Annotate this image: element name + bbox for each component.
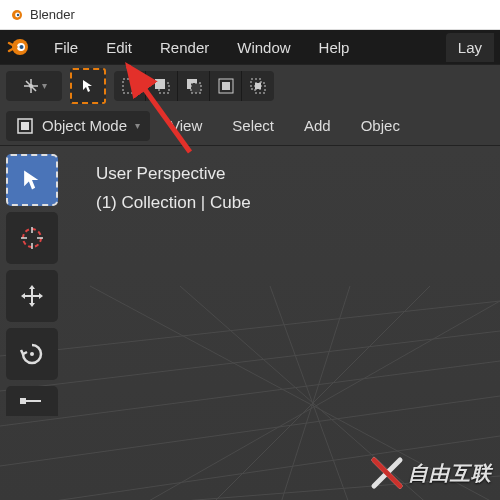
blender-logo-icon[interactable] bbox=[6, 34, 32, 60]
menu-render[interactable]: Render bbox=[146, 33, 223, 62]
orientation-dropdown[interactable]: ▾ bbox=[6, 71, 62, 101]
select-extend-button[interactable] bbox=[146, 71, 178, 101]
svg-rect-7 bbox=[123, 79, 137, 93]
menu-window[interactable]: Window bbox=[223, 33, 304, 62]
tool-scale[interactable] bbox=[6, 386, 58, 416]
select-invert-button[interactable] bbox=[210, 71, 242, 101]
menu-add[interactable]: Add bbox=[294, 113, 341, 138]
chevron-down-icon: ▾ bbox=[135, 120, 140, 131]
select-new-icon bbox=[121, 77, 139, 95]
tool-select-box[interactable] bbox=[6, 154, 58, 206]
svg-rect-8 bbox=[155, 79, 165, 89]
watermark-x-icon bbox=[370, 456, 404, 490]
object-mode-icon bbox=[16, 117, 34, 135]
menu-help[interactable]: Help bbox=[305, 33, 364, 62]
scale-tool-icon bbox=[18, 393, 46, 409]
cursor-arrow-icon bbox=[81, 79, 95, 93]
perspective-label: User Perspective bbox=[96, 160, 251, 189]
blender-app-icon bbox=[8, 7, 24, 23]
top-menubar: File Edit Render Window Help Lay bbox=[0, 30, 500, 64]
tool-move[interactable] bbox=[6, 270, 58, 322]
workspace-tab-layout[interactable]: Lay bbox=[446, 33, 494, 62]
select-subtract-icon bbox=[185, 77, 203, 95]
mode-label: Object Mode bbox=[42, 117, 127, 134]
svg-point-6 bbox=[29, 84, 33, 88]
watermark: 自由互联 bbox=[370, 456, 492, 490]
select-extend-icon bbox=[153, 77, 171, 95]
header-toolbar-row2: Object Mode ▾ View Select Add Objec bbox=[0, 106, 500, 146]
select-box-tool-icon bbox=[21, 169, 43, 191]
svg-rect-13 bbox=[222, 82, 230, 90]
select-intersect-icon bbox=[249, 77, 267, 95]
window-titlebar: Blender bbox=[0, 0, 500, 30]
rotate-tool-icon bbox=[18, 340, 46, 368]
3d-viewport[interactable]: User Perspective (1) Collection | Cube 自… bbox=[0, 146, 500, 500]
menu-select[interactable]: Select bbox=[222, 113, 284, 138]
menu-file[interactable]: File bbox=[40, 33, 92, 62]
tool-rotate[interactable] bbox=[6, 328, 58, 380]
svg-point-2 bbox=[17, 13, 19, 15]
pivot-icon bbox=[22, 77, 40, 95]
menu-object[interactable]: Objec bbox=[351, 113, 410, 138]
select-invert-icon bbox=[217, 77, 235, 95]
svg-point-5 bbox=[20, 45, 24, 49]
svg-rect-11 bbox=[191, 83, 201, 93]
header-toolbar-row1: ▾ bbox=[0, 64, 500, 106]
context-label: (1) Collection | Cube bbox=[96, 189, 251, 218]
mode-dropdown[interactable]: Object Mode ▾ bbox=[6, 111, 150, 141]
tool-cursor[interactable] bbox=[6, 212, 58, 264]
select-subtract-button[interactable] bbox=[178, 71, 210, 101]
viewport-overlay-text: User Perspective (1) Collection | Cube bbox=[96, 160, 251, 218]
svg-rect-16 bbox=[255, 83, 261, 89]
svg-rect-39 bbox=[20, 398, 26, 404]
menu-edit[interactable]: Edit bbox=[92, 33, 146, 62]
move-tool-icon bbox=[18, 282, 46, 310]
chevron-down-icon: ▾ bbox=[42, 80, 47, 91]
svg-rect-18 bbox=[21, 122, 29, 130]
menu-view[interactable]: View bbox=[160, 113, 212, 138]
watermark-text: 自由互联 bbox=[408, 460, 492, 487]
left-toolbar bbox=[6, 154, 58, 416]
cursor-tool-icon bbox=[18, 224, 46, 252]
app-title: Blender bbox=[30, 7, 75, 22]
select-tool-preset[interactable] bbox=[70, 68, 106, 104]
select-set-button[interactable] bbox=[114, 71, 146, 101]
selection-mode-group bbox=[114, 71, 274, 101]
select-intersect-button[interactable] bbox=[242, 71, 274, 101]
svg-point-37 bbox=[30, 352, 34, 356]
